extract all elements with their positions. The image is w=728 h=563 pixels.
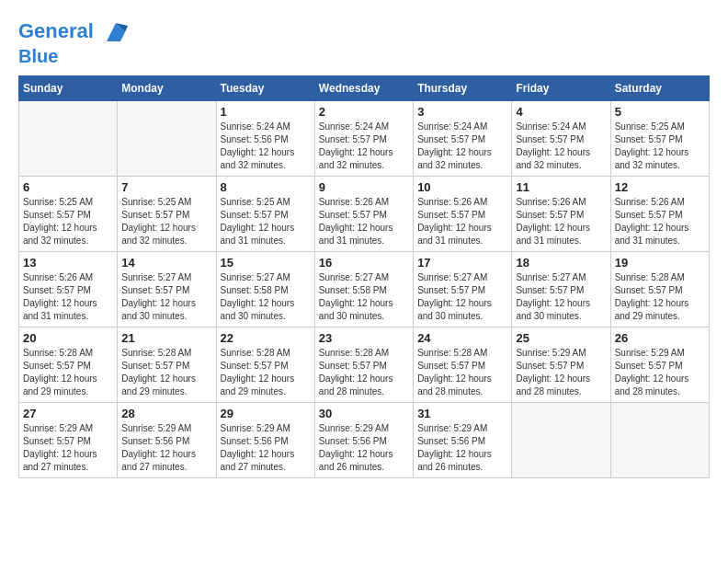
calendar-cell: 27 Sunrise: 5:29 AM Sunset: 5:57 PM Dayl… bbox=[19, 403, 118, 478]
day-number: 30 bbox=[319, 407, 409, 420]
calendar-cell: 16 Sunrise: 5:27 AM Sunset: 5:58 PM Dayl… bbox=[314, 252, 413, 327]
day-number: 11 bbox=[516, 180, 606, 194]
calendar-cell: 31 Sunrise: 5:29 AM Sunset: 5:56 PM Dayl… bbox=[414, 403, 512, 478]
calendar-table: SundayMondayTuesdayWednesdayThursdayFrid… bbox=[18, 75, 710, 478]
day-info: Sunrise: 5:25 AM Sunset: 5:57 PM Dayligh… bbox=[23, 196, 113, 247]
day-number: 3 bbox=[417, 105, 507, 119]
calendar-cell: 12 Sunrise: 5:26 AM Sunset: 5:57 PM Dayl… bbox=[610, 177, 709, 252]
calendar-cell: 2 Sunrise: 5:24 AM Sunset: 5:57 PM Dayli… bbox=[314, 101, 413, 177]
day-number: 31 bbox=[417, 407, 507, 420]
calendar-cell: 24 Sunrise: 5:28 AM Sunset: 5:57 PM Dayl… bbox=[414, 327, 512, 403]
day-number: 19 bbox=[615, 256, 705, 270]
day-info: Sunrise: 5:29 AM Sunset: 5:56 PM Dayligh… bbox=[121, 422, 211, 474]
calendar-cell: 9 Sunrise: 5:26 AM Sunset: 5:57 PM Dayli… bbox=[314, 177, 413, 252]
day-info: Sunrise: 5:24 AM Sunset: 5:57 PM Dayligh… bbox=[417, 121, 507, 172]
day-info: Sunrise: 5:29 AM Sunset: 5:56 PM Dayligh… bbox=[221, 422, 311, 474]
calendar-cell: 13 Sunrise: 5:26 AM Sunset: 5:57 PM Dayl… bbox=[19, 252, 118, 327]
calendar-week-3: 13 Sunrise: 5:26 AM Sunset: 5:57 PM Dayl… bbox=[19, 252, 710, 327]
day-number: 27 bbox=[23, 407, 113, 420]
calendar-cell: 18 Sunrise: 5:27 AM Sunset: 5:57 PM Dayl… bbox=[512, 252, 610, 327]
day-info: Sunrise: 5:24 AM Sunset: 5:56 PM Dayligh… bbox=[221, 121, 311, 172]
calendar-cell: 29 Sunrise: 5:29 AM Sunset: 5:56 PM Dayl… bbox=[216, 403, 314, 478]
logo-icon bbox=[102, 18, 130, 46]
day-number: 6 bbox=[23, 180, 113, 194]
calendar-cell: 21 Sunrise: 5:28 AM Sunset: 5:57 PM Dayl… bbox=[118, 327, 216, 403]
day-number: 24 bbox=[417, 331, 507, 345]
day-info: Sunrise: 5:28 AM Sunset: 5:57 PM Dayligh… bbox=[615, 271, 705, 323]
day-number: 12 bbox=[615, 180, 705, 194]
calendar-cell: 22 Sunrise: 5:28 AM Sunset: 5:57 PM Dayl… bbox=[216, 327, 314, 403]
day-info: Sunrise: 5:27 AM Sunset: 5:57 PM Dayligh… bbox=[516, 271, 606, 323]
day-number: 25 bbox=[516, 331, 606, 345]
day-number: 14 bbox=[121, 256, 211, 270]
calendar-cell: 5 Sunrise: 5:25 AM Sunset: 5:57 PM Dayli… bbox=[610, 101, 709, 177]
calendar-week-2: 6 Sunrise: 5:25 AM Sunset: 5:57 PM Dayli… bbox=[19, 177, 710, 252]
weekday-header-sunday: Sunday bbox=[19, 76, 118, 101]
calendar-cell: 8 Sunrise: 5:25 AM Sunset: 5:57 PM Dayli… bbox=[216, 177, 314, 252]
calendar-week-4: 20 Sunrise: 5:28 AM Sunset: 5:57 PM Dayl… bbox=[19, 327, 710, 403]
calendar-cell: 4 Sunrise: 5:24 AM Sunset: 5:57 PM Dayli… bbox=[512, 101, 610, 177]
weekday-header-tuesday: Tuesday bbox=[216, 76, 314, 101]
day-number: 23 bbox=[319, 331, 409, 345]
day-info: Sunrise: 5:29 AM Sunset: 5:56 PM Dayligh… bbox=[319, 422, 409, 474]
page-header: General Blue bbox=[18, 18, 710, 66]
day-info: Sunrise: 5:27 AM Sunset: 5:58 PM Dayligh… bbox=[221, 271, 311, 323]
calendar-cell: 17 Sunrise: 5:27 AM Sunset: 5:57 PM Dayl… bbox=[414, 252, 512, 327]
day-info: Sunrise: 5:25 AM Sunset: 5:57 PM Dayligh… bbox=[615, 121, 705, 172]
day-number: 22 bbox=[221, 331, 311, 345]
day-number: 20 bbox=[23, 331, 113, 345]
day-info: Sunrise: 5:26 AM Sunset: 5:57 PM Dayligh… bbox=[615, 196, 705, 247]
day-number: 13 bbox=[23, 256, 113, 270]
day-info: Sunrise: 5:28 AM Sunset: 5:57 PM Dayligh… bbox=[121, 347, 211, 398]
day-number: 16 bbox=[319, 256, 409, 270]
calendar-cell: 19 Sunrise: 5:28 AM Sunset: 5:57 PM Dayl… bbox=[610, 252, 709, 327]
calendar-cell bbox=[118, 101, 216, 177]
calendar-cell bbox=[610, 403, 709, 478]
day-info: Sunrise: 5:26 AM Sunset: 5:57 PM Dayligh… bbox=[319, 196, 409, 247]
day-info: Sunrise: 5:25 AM Sunset: 5:57 PM Dayligh… bbox=[221, 196, 311, 247]
calendar-week-1: 1 Sunrise: 5:24 AM Sunset: 5:56 PM Dayli… bbox=[19, 101, 710, 177]
day-info: Sunrise: 5:28 AM Sunset: 5:57 PM Dayligh… bbox=[23, 347, 113, 398]
day-info: Sunrise: 5:25 AM Sunset: 5:57 PM Dayligh… bbox=[121, 196, 211, 247]
weekday-header-wednesday: Wednesday bbox=[314, 76, 413, 101]
calendar-cell: 6 Sunrise: 5:25 AM Sunset: 5:57 PM Dayli… bbox=[19, 177, 118, 252]
day-number: 17 bbox=[417, 256, 507, 270]
day-info: Sunrise: 5:29 AM Sunset: 5:57 PM Dayligh… bbox=[615, 347, 705, 398]
day-info: Sunrise: 5:28 AM Sunset: 5:57 PM Dayligh… bbox=[221, 347, 311, 398]
day-number: 10 bbox=[417, 180, 507, 194]
day-info: Sunrise: 5:28 AM Sunset: 5:57 PM Dayligh… bbox=[417, 347, 507, 398]
day-info: Sunrise: 5:29 AM Sunset: 5:57 PM Dayligh… bbox=[23, 422, 113, 474]
calendar-cell: 26 Sunrise: 5:29 AM Sunset: 5:57 PM Dayl… bbox=[610, 327, 709, 403]
day-info: Sunrise: 5:29 AM Sunset: 5:56 PM Dayligh… bbox=[417, 422, 507, 474]
calendar-cell bbox=[512, 403, 610, 478]
calendar-cell: 20 Sunrise: 5:28 AM Sunset: 5:57 PM Dayl… bbox=[19, 327, 118, 403]
day-info: Sunrise: 5:29 AM Sunset: 5:57 PM Dayligh… bbox=[516, 347, 606, 398]
weekday-header-thursday: Thursday bbox=[414, 76, 512, 101]
day-info: Sunrise: 5:27 AM Sunset: 5:58 PM Dayligh… bbox=[319, 271, 409, 323]
day-number: 4 bbox=[516, 105, 606, 119]
day-info: Sunrise: 5:27 AM Sunset: 5:57 PM Dayligh… bbox=[121, 271, 211, 323]
day-number: 15 bbox=[221, 256, 311, 270]
calendar-cell: 10 Sunrise: 5:26 AM Sunset: 5:57 PM Dayl… bbox=[414, 177, 512, 252]
day-info: Sunrise: 5:26 AM Sunset: 5:57 PM Dayligh… bbox=[516, 196, 606, 247]
day-info: Sunrise: 5:24 AM Sunset: 5:57 PM Dayligh… bbox=[319, 121, 409, 172]
day-number: 9 bbox=[319, 180, 409, 194]
weekday-header-friday: Friday bbox=[512, 76, 610, 101]
day-info: Sunrise: 5:28 AM Sunset: 5:57 PM Dayligh… bbox=[319, 347, 409, 398]
logo-text: General bbox=[18, 18, 130, 46]
day-number: 1 bbox=[221, 105, 311, 119]
day-number: 8 bbox=[221, 180, 311, 194]
calendar-cell: 30 Sunrise: 5:29 AM Sunset: 5:56 PM Dayl… bbox=[314, 403, 413, 478]
calendar-cell: 28 Sunrise: 5:29 AM Sunset: 5:56 PM Dayl… bbox=[118, 403, 216, 478]
day-number: 21 bbox=[121, 331, 211, 345]
calendar-cell: 25 Sunrise: 5:29 AM Sunset: 5:57 PM Dayl… bbox=[512, 327, 610, 403]
weekday-header-row: SundayMondayTuesdayWednesdayThursdayFrid… bbox=[19, 76, 710, 101]
calendar-cell: 7 Sunrise: 5:25 AM Sunset: 5:57 PM Dayli… bbox=[118, 177, 216, 252]
day-info: Sunrise: 5:26 AM Sunset: 5:57 PM Dayligh… bbox=[417, 196, 507, 247]
calendar-cell: 3 Sunrise: 5:24 AM Sunset: 5:57 PM Dayli… bbox=[414, 101, 512, 177]
calendar-cell: 1 Sunrise: 5:24 AM Sunset: 5:56 PM Dayli… bbox=[216, 101, 314, 177]
calendar-cell: 23 Sunrise: 5:28 AM Sunset: 5:57 PM Dayl… bbox=[314, 327, 413, 403]
calendar-cell: 15 Sunrise: 5:27 AM Sunset: 5:58 PM Dayl… bbox=[216, 252, 314, 327]
logo: General Blue bbox=[18, 18, 130, 66]
calendar-cell: 14 Sunrise: 5:27 AM Sunset: 5:57 PM Dayl… bbox=[118, 252, 216, 327]
